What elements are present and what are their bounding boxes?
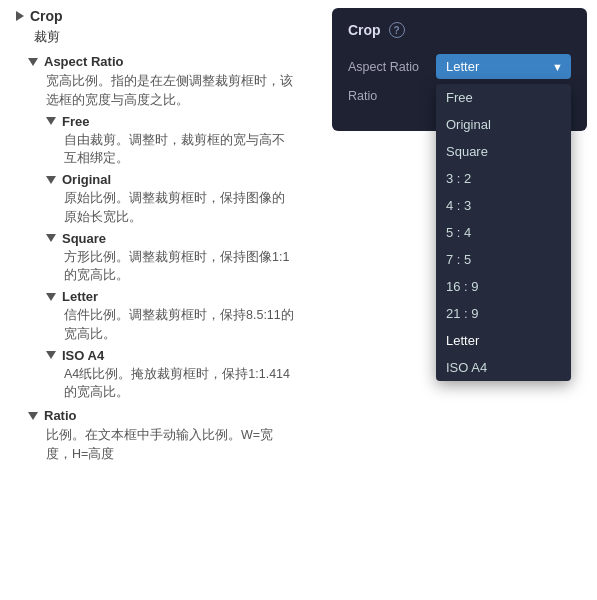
- aspect-ratio-header[interactable]: Aspect Ratio: [28, 54, 294, 69]
- dropdown-item-iso-a4[interactable]: ISO A4: [436, 354, 571, 381]
- ratio-section: Ratio 比例。在文本框中手动输入比例。W=宽度，H=高度: [28, 408, 294, 464]
- aspect-ratio-ui-label: Aspect Ratio: [348, 60, 436, 74]
- dropdown-item-4-3[interactable]: 4 : 3: [436, 192, 571, 219]
- dropdown-item-3-2[interactable]: 3 : 2: [436, 165, 571, 192]
- item-free-header[interactable]: Free: [46, 114, 294, 129]
- dropdown-item-letter[interactable]: Letter: [436, 327, 571, 354]
- top-title-row: Crop: [16, 8, 294, 24]
- aspect-ratio-toggle-icon[interactable]: [28, 58, 38, 66]
- aspect-ratio-desc: 宽高比例。指的是在左侧调整裁剪框时，该选框的宽度与高度之比。: [46, 72, 294, 110]
- top-title-text: Crop: [30, 8, 63, 24]
- item-original-header[interactable]: Original: [46, 172, 294, 187]
- aspect-ratio-label: Aspect Ratio: [44, 54, 123, 69]
- square-desc: 方形比例。调整裁剪框时，保持图像1:1的宽高比。: [64, 248, 294, 286]
- letter-desc: 信件比例。调整裁剪框时，保持8.5:11的宽高比。: [64, 306, 294, 344]
- aspect-ratio-dropdown[interactable]: Free Original Square 3 : 2 4 : 3 5 : 4 7…: [436, 84, 571, 381]
- ui-panel-title: Crop: [348, 22, 381, 38]
- original-toggle-icon[interactable]: [46, 176, 56, 184]
- ratio-desc: 比例。在文本框中手动输入比例。W=宽度，H=高度: [46, 426, 294, 464]
- aspect-ratio-row: Aspect Ratio Free Original Square 3 : 2 …: [348, 54, 571, 79]
- aspect-ratio-section: Aspect Ratio 宽高比例。指的是在左侧调整裁剪框时，该选框的宽度与高度…: [28, 54, 294, 402]
- item-original: Original 原始比例。调整裁剪框时，保持图像的原始长宽比。: [46, 172, 294, 227]
- original-desc: 原始比例。调整裁剪框时，保持图像的原始长宽比。: [64, 189, 294, 227]
- dropdown-item-free[interactable]: Free: [436, 84, 571, 111]
- doc-panel: Crop 裁剪 Aspect Ratio 宽高比例。指的是在左侧调整裁剪框时，该…: [0, 0, 310, 478]
- item-letter: Letter 信件比例。调整裁剪框时，保持8.5:11的宽高比。: [46, 289, 294, 344]
- aspect-ratio-select[interactable]: Free Original Square 3 : 2 4 : 3 5 : 4 7…: [436, 54, 571, 79]
- ratio-toggle-icon[interactable]: [28, 412, 38, 420]
- ratio-header[interactable]: Ratio: [28, 408, 294, 423]
- dropdown-item-21-9[interactable]: 21 : 9: [436, 300, 571, 327]
- free-toggle-icon[interactable]: [46, 117, 56, 125]
- dropdown-item-original[interactable]: Original: [436, 111, 571, 138]
- sub-title: 裁剪: [34, 28, 294, 46]
- free-desc: 自由裁剪。调整时，裁剪框的宽与高不互相绑定。: [64, 131, 294, 169]
- dropdown-item-square[interactable]: Square: [436, 138, 571, 165]
- iso-a4-label: ISO A4: [62, 348, 104, 363]
- dropdown-item-5-4[interactable]: 5 : 4: [436, 219, 571, 246]
- ratio-label: Ratio: [44, 408, 77, 423]
- iso-a4-toggle-icon[interactable]: [46, 351, 56, 359]
- square-toggle-icon[interactable]: [46, 234, 56, 242]
- dropdown-item-7-5[interactable]: 7 : 5: [436, 246, 571, 273]
- original-label: Original: [62, 172, 111, 187]
- item-square-header[interactable]: Square: [46, 231, 294, 246]
- square-label: Square: [62, 231, 106, 246]
- dropdown-item-16-9[interactable]: 16 : 9: [436, 273, 571, 300]
- item-iso-a4: ISO A4 A4纸比例。掩放裁剪框时，保持1:1.414的宽高比。: [46, 348, 294, 403]
- free-label: Free: [62, 114, 89, 129]
- item-letter-header[interactable]: Letter: [46, 289, 294, 304]
- expand-icon[interactable]: [16, 11, 24, 21]
- letter-toggle-icon[interactable]: [46, 293, 56, 301]
- item-iso-a4-header[interactable]: ISO A4: [46, 348, 294, 363]
- help-icon[interactable]: ?: [389, 22, 405, 38]
- letter-label: Letter: [62, 289, 98, 304]
- aspect-ratio-select-wrapper[interactable]: Free Original Square 3 : 2 4 : 3 5 : 4 7…: [436, 54, 571, 79]
- ratio-ui-label: Ratio: [348, 89, 436, 103]
- item-free: Free 自由裁剪。调整时，裁剪框的宽与高不互相绑定。: [46, 114, 294, 169]
- item-square: Square 方形比例。调整裁剪框时，保持图像1:1的宽高比。: [46, 231, 294, 286]
- iso-a4-desc: A4纸比例。掩放裁剪框时，保持1:1.414的宽高比。: [64, 365, 294, 403]
- ui-panel: Crop ? Aspect Ratio Free Original Square…: [332, 8, 587, 131]
- ui-panel-header: Crop ?: [348, 22, 571, 38]
